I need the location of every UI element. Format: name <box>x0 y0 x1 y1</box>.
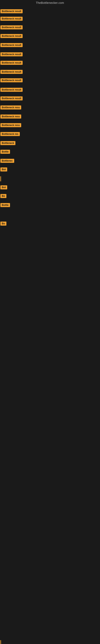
bottleneck-badge-5: Bottleneck result <box>0 43 23 47</box>
bottleneck-badge-10: Bottleneck result <box>0 88 23 92</box>
bottleneck-badge-22: Bo <box>0 194 6 198</box>
bottleneck-badge-6: Bottleneck result <box>0 52 23 56</box>
vertical-bar-26 <box>0 640 1 644</box>
vertical-bar-20 <box>0 176 1 181</box>
bottleneck-badge-11: Bottleneck result <box>0 96 23 100</box>
bottleneck-badge-3: Bottleneck result <box>0 25 23 30</box>
bottleneck-badge-2: Bottleneck result <box>0 17 23 21</box>
bottleneck-badge-25: Bo <box>0 222 6 226</box>
bottleneck-badge-23: Bottle <box>0 203 10 207</box>
bottleneck-badge-17: Bottle <box>0 150 10 154</box>
bottleneck-badge-19: Bot <box>0 168 7 172</box>
bottleneck-badge-8: Bottleneck result <box>0 70 23 74</box>
site-title: TheBottlenecker.com <box>0 0 100 5</box>
bottleneck-badge-13: Bottleneck resu <box>0 114 21 118</box>
bottleneck-badge-9: Bottleneck result <box>0 78 23 82</box>
bottleneck-badge-16: Bottleneck <box>0 141 15 145</box>
bottleneck-badge-7: Bottleneck result <box>0 61 23 65</box>
bottleneck-badge-12: Bottleneck resu <box>0 106 21 110</box>
bottleneck-badge-15: Bottleneck res <box>0 132 20 136</box>
bottleneck-badge-1: Bottleneck result <box>0 9 23 13</box>
bottleneck-badge-18: Bottlenec <box>0 159 14 163</box>
bottleneck-badge-21: Bot <box>0 185 7 190</box>
bottleneck-badge-4: Bottleneck result <box>0 34 23 38</box>
bottleneck-badge-14: Bottleneck resu <box>0 123 21 127</box>
